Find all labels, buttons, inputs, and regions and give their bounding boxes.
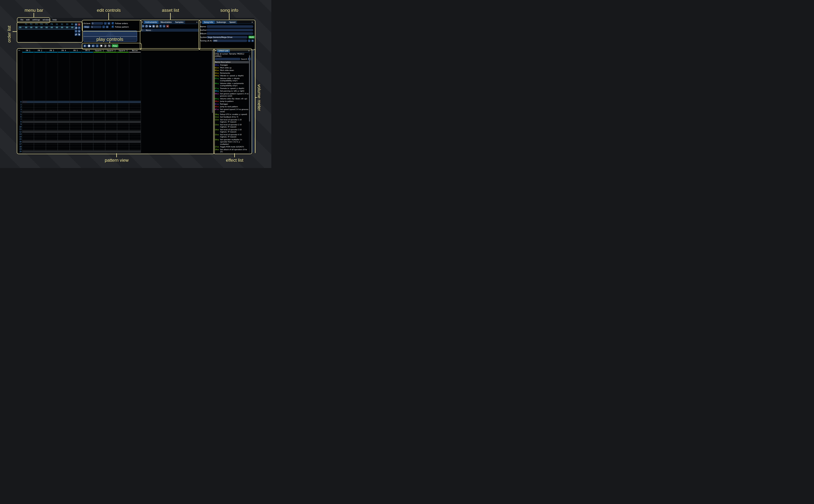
pattern-cell[interactable]: ............	[58, 108, 69, 111]
pattern-cell[interactable]: ............	[34, 135, 46, 138]
pattern-cell[interactable]: ............	[22, 121, 34, 123]
effect-row-19xx[interactable]: 19xxSet attack of all operators (0 to 1F…	[215, 148, 250, 153]
poly-mono-toggle[interactable]: Poly	[112, 44, 118, 47]
pattern-cell[interactable]: ............	[117, 118, 129, 120]
pattern-cell[interactable]: ............	[70, 121, 81, 123]
pattern-cell[interactable]: ............	[46, 111, 58, 113]
menu-item-help[interactable]: help	[51, 19, 58, 21]
order-header-S2[interactable]: S2	[60, 23, 65, 25]
collapse-icon[interactable]: ▼	[199, 21, 202, 23]
effect-scrollbar-thumb[interactable]	[249, 55, 250, 122]
pattern-cell[interactable]: ............	[58, 121, 69, 123]
pattern-cell[interactable]: ............	[93, 118, 105, 120]
pattern-cell[interactable]: ............	[34, 121, 46, 123]
effect-row-07xy[interactable]: 07xyTremolo (x: speed; y: depth)	[215, 87, 250, 90]
pattern-cell[interactable]: ............	[81, 111, 93, 113]
pattern-cell[interactable]: ............	[81, 106, 93, 108]
channel-header-square-2[interactable]: Square 2	[105, 50, 117, 52]
pattern-cell[interactable]: ............	[105, 140, 117, 143]
effect-row-04xy[interactable]: 04xyVibrato (x: speed; y: depth)	[215, 74, 250, 77]
pattern-cell[interactable]: ............	[70, 145, 81, 148]
effect-row-0Fxx[interactable]: 0FxxSet speed (speed 2 if no grooves exi…	[215, 108, 250, 113]
pattern-row[interactable]: 19......................................…	[18, 148, 141, 150]
pattern-cell[interactable]: ............	[22, 150, 34, 153]
pattern-row[interactable]: 8.......................................…	[18, 121, 141, 123]
effect-row-06xy[interactable]: 06xyVolume slide + portamento (compatibi…	[215, 82, 250, 87]
pattern-cell[interactable]: ............	[58, 130, 69, 133]
pattern-cell[interactable]: ............	[22, 111, 34, 113]
pattern-cell[interactable]: ............	[58, 150, 69, 153]
order-header-F2[interactable]: F2	[29, 23, 34, 25]
octave-input[interactable]	[91, 22, 103, 25]
author-input[interactable]	[207, 29, 253, 31]
album-input[interactable]	[207, 32, 253, 35]
pattern-cell[interactable]: ............	[46, 121, 58, 123]
order-remove-button[interactable]: −	[78, 23, 81, 26]
pattern-row[interactable]: 13......................................…	[18, 133, 141, 135]
pattern-cell[interactable]: ............	[93, 140, 105, 143]
pattern-cell[interactable]: ............	[22, 126, 34, 128]
order-cell-N0[interactable]: 00	[70, 27, 75, 29]
pattern-cell[interactable]: ............	[81, 135, 93, 138]
pattern-cell[interactable]: ............	[105, 101, 117, 103]
effect-row-00xy[interactable]: 00xyArpeggio	[215, 64, 250, 67]
order-add-button[interactable]: +	[75, 23, 77, 26]
pattern-cell[interactable]: ............	[70, 101, 81, 103]
effect-row-15xx[interactable]: 15xxSet level of operator 4 (0 highest, …	[215, 133, 250, 138]
channel-header-square-3[interactable]: Square 3	[117, 50, 129, 52]
stop-step-button[interactable]: ↓	[95, 44, 99, 47]
pattern-cell[interactable]: ............	[22, 140, 34, 143]
pattern-cell[interactable]: ............	[105, 111, 117, 113]
pattern-cell[interactable]: ............	[34, 145, 46, 148]
pattern-cell[interactable]: ............	[117, 121, 129, 123]
oscilloscope[interactable]	[83, 31, 137, 42]
pattern-cell[interactable]: ............	[34, 118, 46, 120]
pattern-cell[interactable]: ............	[22, 116, 34, 118]
effect-row-08xy[interactable]: 08xySet panning (x: left; y: right)	[215, 90, 250, 92]
octave-minus-button[interactable]: -	[104, 22, 107, 25]
pattern-cell[interactable]: ............	[58, 116, 69, 118]
pattern-cell[interactable]: ............	[105, 106, 117, 108]
pattern-cell[interactable]: ............	[105, 138, 117, 140]
pattern-cell[interactable]: ............	[46, 145, 58, 148]
pattern-cell[interactable]: ............	[129, 130, 141, 133]
pattern-cell[interactable]: ............	[58, 126, 69, 128]
pattern-cell[interactable]: ............	[117, 148, 129, 150]
pattern-row[interactable]: 2.......................................…	[18, 106, 141, 108]
order-cell-S3[interactable]: 00	[64, 27, 70, 29]
pattern-row[interactable]: 3.......................................…	[18, 108, 141, 111]
channel-header-fm-6[interactable]: FM 6	[81, 50, 93, 52]
pattern-cell[interactable]: ............	[129, 128, 141, 130]
pattern-cell[interactable]: ............	[58, 123, 69, 125]
pattern-cell[interactable]: ............	[117, 130, 129, 133]
pattern-cell[interactable]: ............	[81, 103, 93, 106]
pattern-cell[interactable]: ............	[70, 118, 81, 120]
tuning-minus-button[interactable]: -	[248, 39, 250, 42]
pattern-cell[interactable]: ............	[81, 128, 93, 130]
effect-row-0Bxx[interactable]: 0BxxJump to pattern	[215, 100, 250, 103]
pattern-cell[interactable]: ............	[22, 133, 34, 135]
pattern-cell[interactable]: ............	[34, 128, 46, 130]
order-duplicate-button[interactable]	[75, 26, 77, 29]
tab-samples[interactable]: Samples	[173, 21, 185, 24]
pattern-cell[interactable]: ............	[22, 106, 34, 108]
pattern-row[interactable]: 15......................................…	[18, 138, 141, 140]
pattern-cell[interactable]: ............	[129, 111, 141, 113]
pattern-cell[interactable]: ............	[93, 133, 105, 135]
tab-wavetables[interactable]: Wavetables	[159, 21, 173, 24]
pattern-cell[interactable]: ............	[129, 135, 141, 138]
pattern-cell[interactable]: ............	[117, 143, 129, 145]
pattern-cell[interactable]: ............	[129, 145, 141, 148]
order-duplicate-end-button[interactable]	[78, 30, 81, 33]
step-input[interactable]	[90, 26, 102, 28]
channel-header-fm-2[interactable]: FM 2	[34, 50, 46, 52]
pattern-cell[interactable]: ............	[58, 143, 69, 145]
order-cell-F2[interactable]: 00	[29, 27, 34, 29]
pattern-cell[interactable]: ............	[105, 123, 117, 125]
pattern-cell[interactable]: ............	[70, 130, 81, 133]
pattern-cell[interactable]: ............	[105, 133, 117, 135]
pattern-cell[interactable]: ............	[46, 148, 58, 150]
pattern-cell[interactable]: ............	[81, 118, 93, 120]
pattern-cell[interactable]: ............	[105, 108, 117, 111]
pattern-cell[interactable]: ............	[129, 138, 141, 140]
